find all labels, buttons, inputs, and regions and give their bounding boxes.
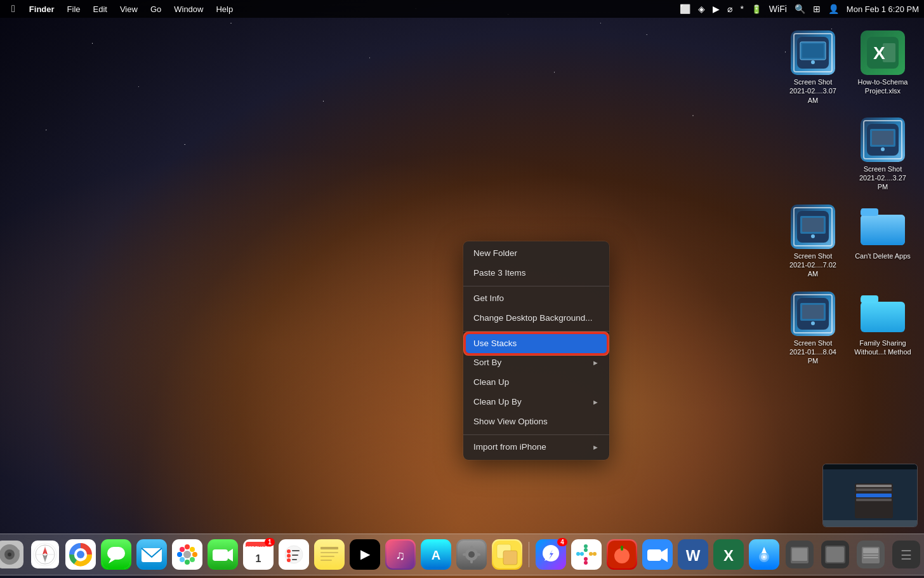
context-menu-paste[interactable]: Paste 3 Items [463,264,609,283]
wifi-signal-icon[interactable]: WiFi [769,4,787,14]
svg-point-80 [287,558,291,562]
dock-calendar[interactable]: 1 FEBRUARY 1 [242,538,275,571]
desktop-icon-screenshot3[interactable]: Screen Shot2021-02....7.02 AM [784,205,842,279]
dock-launchpad[interactable] [0,538,26,571]
svg-rect-13 [800,216,826,234]
svg-rect-9 [870,129,895,147]
dock-music[interactable]: ♫ [384,538,417,571]
context-menu-new-folder[interactable]: New Folder [463,244,609,264]
clean-up-by-label: Clean Up By [473,396,522,408]
file-menu[interactable]: File [62,3,86,15]
dock-mail[interactable] [135,538,168,571]
dock-stickies[interactable] [491,538,524,571]
view-menu[interactable]: View [115,3,143,15]
svg-point-95 [468,551,475,558]
window-menu[interactable]: Window [169,3,208,15]
svg-rect-8 [867,124,899,156]
dock-misc4[interactable]: ☰ [890,538,923,571]
screenshot1-image [791,30,835,75]
edit-menu[interactable]: Edit [88,3,112,15]
desktop-icon-screenshot2[interactable]: Screen Shot2021-02....3.27 PM [854,118,911,192]
apple-menu[interactable]:  [5,3,22,15]
datetime[interactable]: Mon Feb 1 6:20 PM [847,4,919,14]
show-view-options-label: Show View Options [473,416,548,428]
bluetooth-icon[interactable]: * [740,4,743,14]
dock-facetime[interactable] [206,538,239,571]
search-icon[interactable]: 🔍 [795,4,805,14]
go-menu[interactable]: Go [145,3,166,15]
desktop-icon-screenshot4[interactable]: Screen Shot2021-01....8.04 PM [784,292,842,366]
dock-misc3[interactable] [854,538,887,571]
controlcenter-icon[interactable]: ⊞ [813,4,821,14]
svg-rect-108 [580,552,584,556]
desktop-icon-screenshot1[interactable]: Screen Shot2021-02....3.07 AM [784,30,842,105]
svg-rect-17 [861,215,905,245]
dock-misc1[interactable] [783,538,816,571]
dock-messenger[interactable]: 4 [534,538,567,571]
desktop-icon-familysharing[interactable]: Family SharingWithout...t Method [854,292,911,357]
dock-slack[interactable] [570,538,603,571]
dock-word[interactable]: W [676,538,710,571]
svg-rect-109 [576,552,580,556]
context-menu-get-info[interactable]: Get Info [463,289,609,309]
dock-airdrop[interactable] [748,538,781,571]
zoom-icon-img [642,539,673,570]
svg-rect-79 [292,554,298,556]
separator-1 [463,286,609,286]
svg-point-57 [185,544,190,549]
context-menu-import-from-iphone[interactable]: Import from iPhone ► [463,438,609,457]
messages-icon-img [101,539,131,570]
play-icon[interactable]: ▶ [713,4,720,14]
svg-rect-96 [470,546,473,549]
svg-rect-82 [315,541,343,568]
svg-rect-51 [107,547,125,560]
wifi-icon[interactable]: ⌀ [727,4,732,14]
screenrecord-icon[interactable]: ⬜ [680,4,690,14]
dock-misc2[interactable] [819,538,852,571]
svg-rect-20 [800,303,826,321]
svg-rect-10 [872,131,894,145]
context-menu-sort-by[interactable]: Sort By ► [463,353,609,373]
familysharing-image [861,292,905,336]
svg-text:1: 1 [256,553,261,564]
screenshot3-image [791,205,835,249]
dock-chrome[interactable] [64,538,97,571]
svg-text:♫: ♫ [396,548,406,562]
dock-zoom[interactable] [641,538,674,571]
dock-paprika[interactable] [605,538,638,571]
launchpad-icon-img [0,539,25,570]
battery-icon[interactable]: 🔋 [751,4,762,14]
context-menu-show-view-options[interactable]: Show View Options [463,412,609,432]
dock-appstore[interactable]: A [419,538,452,571]
user-icon[interactable]: 👤 [828,4,839,14]
dock-notes[interactable] [313,538,346,571]
svg-rect-120 [647,549,661,561]
context-menu-clean-up[interactable]: Clean Up [463,373,609,393]
desktop-icon-cantdelete[interactable]: Can't Delete Apps [854,205,911,260]
context-menu-clean-up-by[interactable]: Clean Up By ► [463,393,609,412]
desktop-icon-excel[interactable]: X How-to-SchemaProject.xlsx [854,30,911,96]
svg-rect-97 [470,560,473,563]
dock-excel[interactable]: X [712,538,745,571]
notes-icon-img [314,539,345,570]
context-menu-change-bg[interactable]: Change Desktop Background... [463,309,609,328]
svg-rect-1 [800,42,826,60]
craft-icon[interactable]: ◈ [698,4,705,14]
stickies-icon-img [492,539,522,570]
svg-point-63 [180,557,185,562]
dock-messages[interactable] [100,538,133,571]
dock-sysprefs[interactable] [455,538,488,571]
context-menu-use-stacks[interactable]: Use Stacks [466,334,607,354]
app-name-menu[interactable]: Finder [24,3,60,15]
svg-rect-153 [856,485,892,487]
svg-rect-14 [802,218,824,232]
svg-rect-157 [823,520,918,527]
dock-photos[interactable] [171,538,204,571]
dock-safari[interactable] [29,538,62,571]
dock-reminders[interactable] [277,538,310,571]
dock-appletv[interactable]: ▶ [348,538,381,571]
svg-point-129 [763,556,765,558]
svg-rect-21 [802,305,824,319]
svg-point-64 [190,557,195,562]
help-menu[interactable]: Help [211,3,238,15]
